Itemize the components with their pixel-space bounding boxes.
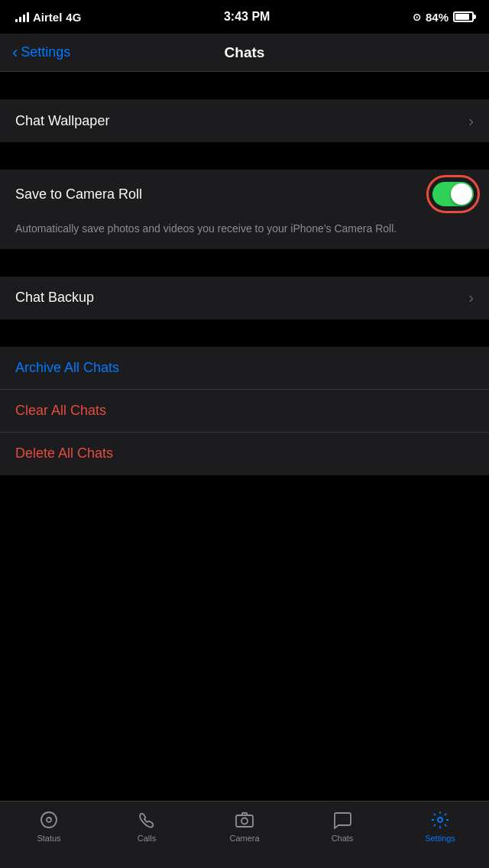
tab-camera[interactable]: Camera <box>196 809 293 843</box>
status-time: 3:43 PM <box>224 10 270 24</box>
section-gap-4 <box>0 319 489 347</box>
archive-all-chats-row[interactable]: Archive All Chats <box>0 347 489 390</box>
calls-icon <box>136 809 157 831</box>
toggle-knob <box>451 183 472 205</box>
camera-roll-label: Save to Camera Roll <box>15 186 142 202</box>
battery-icon <box>453 11 474 22</box>
svg-point-1 <box>47 818 51 822</box>
action-section: Archive All Chats Clear All Chats Delete… <box>0 347 489 475</box>
chats-icon <box>332 809 353 831</box>
nav-bar: ‹ Settings Chats <box>0 34 489 72</box>
svg-point-0 <box>41 812 57 828</box>
camera-roll-row[interactable]: Save to Camera Roll <box>0 170 489 219</box>
camera-icon <box>234 809 255 831</box>
back-arrow-icon: ‹ <box>12 44 18 61</box>
signal-bars <box>15 11 29 22</box>
page-title: Chats <box>225 44 265 61</box>
lock-icon: ⊙ <box>413 11 421 23</box>
status-right: ⊙ 84% <box>413 11 474 24</box>
network-type: 4G <box>66 11 81 24</box>
carrier-label: Airtel <box>33 11 62 24</box>
section-gap-1 <box>0 72 489 99</box>
back-button[interactable]: ‹ Settings <box>12 44 70 61</box>
battery-fill <box>455 14 469 20</box>
settings-tab-label: Settings <box>425 834 455 843</box>
tab-chats[interactable]: Chats <box>293 809 391 843</box>
tab-calls[interactable]: Calls <box>98 809 196 843</box>
back-label: Settings <box>21 44 70 60</box>
camera-roll-description: Automatically save photos and videos you… <box>0 219 489 249</box>
chat-backup-section: Chat Backup › <box>0 277 489 319</box>
chevron-icon-backup: › <box>468 289 474 306</box>
chat-backup-label: Chat Backup <box>15 290 94 306</box>
tab-settings[interactable]: Settings <box>391 809 489 843</box>
toggle-container <box>432 182 474 206</box>
battery-percent: 84% <box>426 11 449 24</box>
status-bar: Airtel 4G 3:43 PM ⊙ 84% <box>0 0 489 34</box>
status-tab-label: Status <box>37 834 60 843</box>
chat-wallpaper-section: Chat Wallpaper › <box>0 99 489 142</box>
clear-all-chats-row[interactable]: Clear All Chats <box>0 390 489 432</box>
clear-all-chats-label: Clear All Chats <box>15 403 106 419</box>
chat-wallpaper-label: Chat Wallpaper <box>15 113 109 129</box>
camera-tab-label: Camera <box>229 834 259 843</box>
save-camera-roll-toggle[interactable] <box>432 182 474 206</box>
chats-tab-label: Chats <box>332 834 354 843</box>
section-gap-2 <box>0 142 489 170</box>
tab-status[interactable]: Status <box>0 809 98 843</box>
archive-all-chats-label: Archive All Chats <box>15 360 119 376</box>
tab-bar: Status Calls Camera Chats <box>0 801 489 868</box>
settings-icon <box>429 809 451 831</box>
status-left: Airtel 4G <box>15 11 81 24</box>
svg-point-3 <box>241 818 248 824</box>
section-gap-3 <box>0 249 489 277</box>
chevron-icon: › <box>468 112 474 130</box>
svg-rect-2 <box>236 815 253 827</box>
svg-point-4 <box>438 818 442 822</box>
camera-roll-section: Save to Camera Roll Automatically save p… <box>0 170 489 249</box>
delete-all-chats-row[interactable]: Delete All Chats <box>0 432 489 475</box>
calls-tab-label: Calls <box>138 834 156 843</box>
delete-all-chats-label: Delete All Chats <box>15 445 113 462</box>
chat-wallpaper-row[interactable]: Chat Wallpaper › <box>0 99 489 142</box>
status-icon <box>38 809 60 831</box>
chat-backup-row[interactable]: Chat Backup › <box>0 277 489 319</box>
